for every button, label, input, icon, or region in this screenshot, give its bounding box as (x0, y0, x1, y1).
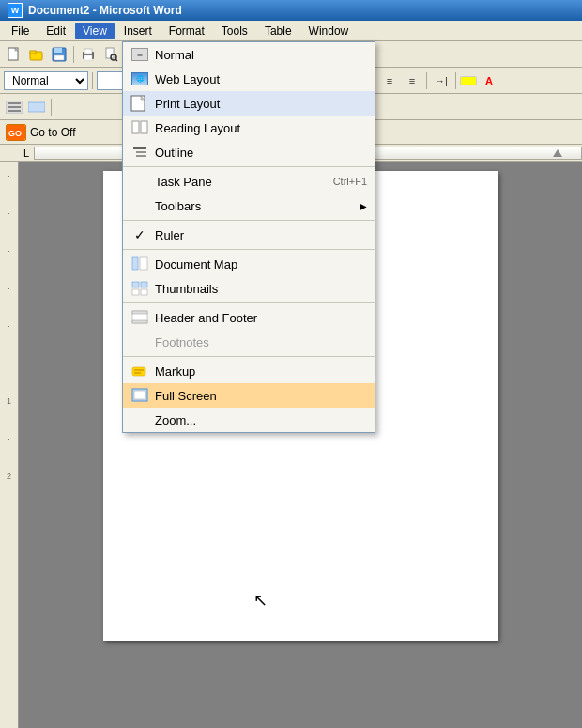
app-icon: W (8, 3, 23, 18)
svg-rect-44 (134, 391, 146, 399)
sep12 (455, 72, 456, 89)
full-screen-label: Full Screen (155, 389, 367, 403)
header-footer-icon (130, 308, 149, 327)
footnotes-icon (130, 333, 149, 351)
menu-item-footnotes: Footnotes (123, 330, 375, 354)
document-map-icon (130, 255, 149, 273)
outline-label: Outline (155, 146, 367, 160)
left-margin: · · · · · · 1 · 2 (0, 162, 19, 728)
toolbars-label: Toolbars (155, 199, 354, 213)
menu-item-full-screen[interactable]: Full Screen (123, 383, 375, 408)
task-pane-label: Task Pane (155, 175, 328, 189)
new-button[interactable] (4, 44, 24, 65)
toolbar3-btn2[interactable] (26, 97, 47, 117)
web-layout-icon: 🌐 (130, 70, 149, 88)
ruler-checkmark-icon: ✓ (130, 225, 149, 244)
toolbars-icon (130, 196, 149, 215)
svg-rect-35 (132, 289, 139, 295)
menu-format[interactable]: Format (161, 23, 212, 39)
menu-item-task-pane[interactable]: Task Pane Ctrl+F1 (123, 169, 375, 194)
zoom-label: Zoom... (155, 413, 367, 427)
full-screen-icon (130, 386, 149, 405)
toolbars-arrow: ▶ (360, 201, 367, 211)
print-layout-label: Print Layout (155, 97, 367, 111)
ruler-label: Ruler (155, 228, 367, 242)
svg-text:GO: GO (8, 129, 22, 138)
open-button[interactable] (26, 44, 47, 65)
gotooffice-label: Go to Off (30, 126, 75, 139)
svg-rect-31 (132, 257, 138, 270)
menu-item-toolbars[interactable]: Toolbars ▶ (123, 194, 375, 218)
thumbnails-label: Thumbnails (155, 282, 367, 296)
separator-5 (123, 356, 375, 357)
menu-tools[interactable]: Tools (214, 23, 255, 39)
view-dropdown-menu: ═ Normal 🌐 Web Layout Print Layout Readi… (122, 41, 375, 433)
svg-rect-33 (132, 282, 139, 287)
thumbnails-icon (130, 279, 149, 298)
highlight-button[interactable] (460, 76, 477, 85)
ruler-tab-label: L (19, 147, 34, 159)
web-layout-label: Web Layout (155, 72, 367, 86)
document-map-label: Document Map (155, 257, 367, 271)
task-pane-shortcut: Ctrl+F1 (333, 176, 367, 187)
menu-table[interactable]: Table (257, 23, 299, 39)
print-button[interactable] (78, 44, 99, 65)
menu-bar: File Edit View Insert Format Tools Table… (0, 21, 582, 41)
style-dropdown[interactable]: Normal (4, 71, 88, 90)
svg-rect-3 (30, 51, 36, 54)
align-right-button[interactable]: ≡ (379, 70, 400, 91)
separator-1 (123, 166, 375, 167)
markup-icon (130, 362, 149, 380)
menu-view[interactable]: View (75, 23, 115, 39)
sep1 (73, 46, 74, 63)
menu-item-thumbnails[interactable]: Thumbnails (123, 276, 375, 301)
zoom-icon (130, 410, 149, 429)
svg-rect-38 (132, 311, 147, 314)
svg-rect-9 (84, 55, 92, 60)
separator-2 (123, 220, 375, 221)
sep11 (426, 72, 427, 89)
menu-insert[interactable]: Insert (116, 23, 160, 39)
menu-item-outline[interactable]: Outline (123, 140, 375, 164)
menu-edit[interactable]: Edit (38, 23, 73, 39)
font-color-button[interactable]: A (479, 70, 499, 91)
menu-item-document-map[interactable]: Document Map (123, 252, 375, 276)
separator-3 (123, 249, 375, 250)
task-pane-icon (130, 172, 149, 191)
menu-item-print-layout[interactable]: Print Layout (123, 91, 375, 116)
sep7 (92, 72, 93, 89)
print-preview-button[interactable] (100, 44, 121, 65)
outline-icon (130, 143, 149, 162)
svg-rect-40 (132, 367, 146, 376)
justify-button[interactable]: ≡ (402, 70, 422, 91)
menu-item-markup[interactable]: Markup (123, 359, 375, 383)
svg-rect-6 (54, 55, 64, 60)
menu-item-reading-layout[interactable]: Reading Layout (123, 116, 375, 140)
window-title: Document2 - Microsoft Word (28, 4, 182, 17)
ruler-marker[interactable] (553, 149, 562, 157)
normal-icon: ═ (130, 45, 149, 64)
menu-item-zoom[interactable]: Zoom... (123, 408, 375, 432)
svg-line-12 (115, 59, 117, 61)
reading-layout-icon (130, 118, 149, 137)
reading-layout-label: Reading Layout (155, 121, 367, 135)
menu-file[interactable]: File (4, 23, 37, 39)
menu-window[interactable]: Window (301, 23, 357, 39)
svg-rect-5 (54, 48, 62, 53)
title-bar: W Document2 - Microsoft Word (0, 0, 582, 21)
menu-item-ruler[interactable]: ✓ Ruler (123, 223, 375, 247)
save-button[interactable] (49, 44, 69, 65)
svg-rect-8 (84, 49, 92, 54)
svg-rect-26 (132, 121, 139, 133)
menu-item-header-footer[interactable]: Header and Footer (123, 305, 375, 330)
svg-rect-34 (141, 282, 147, 287)
gotooffice-icon: GO (6, 124, 26, 141)
svg-rect-36 (141, 289, 147, 295)
svg-rect-39 (132, 320, 147, 323)
toolbar3-btn1[interactable] (4, 97, 24, 117)
menu-item-web-layout[interactable]: 🌐 Web Layout (123, 67, 375, 91)
indent-button[interactable]: →| (431, 70, 452, 91)
svg-rect-32 (140, 257, 147, 270)
sep13 (51, 99, 52, 116)
menu-item-normal[interactable]: ═ Normal (123, 42, 375, 67)
